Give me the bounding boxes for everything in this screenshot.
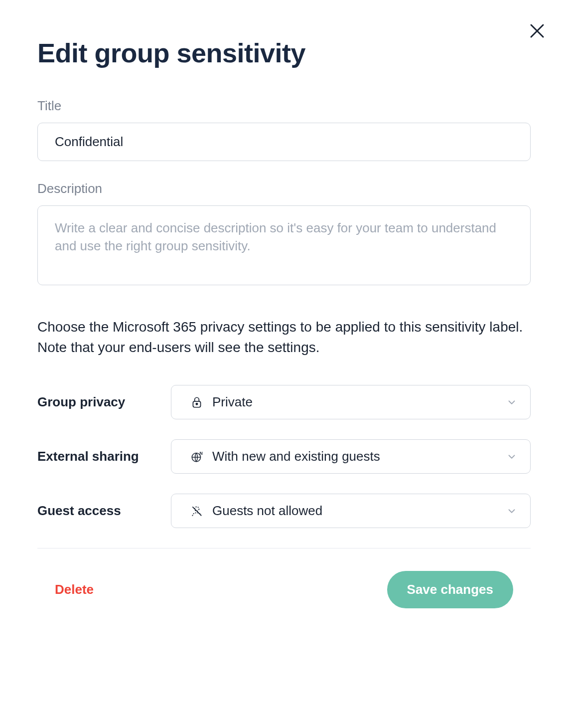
instruction-text: Choose the Microsoft 365 privacy setting…	[37, 317, 531, 358]
svg-point-4	[195, 507, 199, 511]
group-privacy-label: Group privacy	[37, 394, 171, 410]
user-blocked-icon	[190, 505, 203, 518]
close-icon	[528, 22, 546, 40]
external-sharing-value: With new and existing guests	[212, 449, 506, 464]
description-textarea[interactable]	[37, 205, 531, 285]
lock-icon	[190, 396, 203, 409]
svg-line-5	[192, 507, 201, 515]
description-field-label: Description	[37, 181, 531, 196]
guest-access-value: Guests not allowed	[212, 503, 506, 519]
footer-actions: Delete Save changes	[37, 571, 531, 608]
svg-text:N: N	[199, 450, 202, 455]
close-button[interactable]	[526, 20, 548, 42]
chevron-down-icon	[506, 397, 517, 408]
external-sharing-row: External sharing N With new and existing…	[37, 439, 531, 474]
guest-access-select[interactable]: Guests not allowed	[171, 494, 531, 528]
guest-access-row: Guest access Guests not allowed	[37, 494, 531, 528]
group-privacy-select[interactable]: Private	[171, 385, 531, 419]
chevron-down-icon	[506, 451, 517, 462]
external-sharing-select[interactable]: N With new and existing guests	[171, 439, 531, 474]
external-sharing-label: External sharing	[37, 449, 171, 464]
svg-point-1	[196, 403, 197, 404]
guest-access-label: Guest access	[37, 503, 171, 519]
title-field-label: Title	[37, 98, 531, 114]
group-privacy-value: Private	[212, 394, 506, 410]
page-title: Edit group sensitivity	[37, 37, 531, 68]
group-privacy-row: Group privacy Private	[37, 385, 531, 419]
title-input[interactable]	[37, 123, 531, 161]
delete-button[interactable]: Delete	[55, 582, 94, 597]
chevron-down-icon	[506, 506, 517, 517]
save-changes-button[interactable]: Save changes	[387, 571, 513, 608]
divider	[37, 548, 531, 548]
globe-icon: N	[190, 450, 203, 463]
